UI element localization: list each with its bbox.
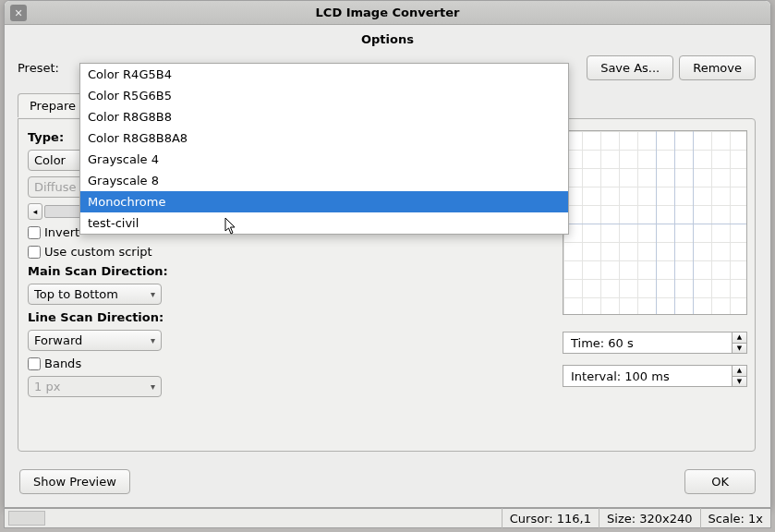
bands-input[interactable] xyxy=(28,357,41,370)
preset-option[interactable]: test-civil xyxy=(80,212,568,234)
preset-option[interactable]: Color R5G6B5 xyxy=(80,85,568,106)
main-scan-select[interactable]: Top to Bottom ▾ xyxy=(28,284,162,305)
time-value: Time: 60 s xyxy=(571,336,634,350)
spin-up-icon[interactable]: ▲ xyxy=(733,366,746,377)
preset-option[interactable]: Color R4G5B4 xyxy=(80,64,568,85)
main-scan-label: Main Scan Direction: xyxy=(28,264,176,278)
bands-px-value: 1 px xyxy=(34,380,60,393)
chevron-down-icon: ▾ xyxy=(151,289,155,299)
close-icon[interactable]: ✕ xyxy=(10,5,27,21)
ok-button[interactable]: OK xyxy=(684,469,756,494)
preset-option[interactable]: Grayscale 4 xyxy=(80,149,568,170)
main-scan-value: Top to Bottom xyxy=(34,287,118,301)
bands-px-spinner[interactable]: 1 px ▾ xyxy=(28,376,162,397)
preset-option[interactable]: Monochrome xyxy=(80,191,568,212)
interval-spinner[interactable]: Interval: 100 ms ▲▼ xyxy=(563,365,747,387)
grid-preview xyxy=(563,130,747,315)
show-preview-button[interactable]: Show Preview xyxy=(19,469,130,494)
bands-checkbox[interactable]: Bands xyxy=(28,357,176,370)
interval-value: Interval: 100 ms xyxy=(571,369,670,383)
tab-prepare[interactable]: Prepare xyxy=(18,93,88,117)
custom-script-label: Use custom script xyxy=(44,245,152,259)
dither-value: Diffuse xyxy=(34,180,77,194)
bottom-row: Show Preview OK xyxy=(19,469,756,494)
spin-down-icon[interactable]: ▼ xyxy=(733,344,746,354)
preset-option[interactable]: Grayscale 8 xyxy=(80,170,568,191)
line-scan-value: Forward xyxy=(34,333,82,347)
statusbar: Cursor: 116,1 Size: 320x240 Scale: 1x xyxy=(4,508,771,528)
remove-button[interactable]: Remove xyxy=(679,55,756,80)
window-title: LCD Image Converter xyxy=(316,6,460,19)
tabs: Prepare xyxy=(18,93,88,117)
line-scan-label: Line Scan Direction: xyxy=(28,310,176,324)
line-scan-select[interactable]: Forward ▾ xyxy=(28,330,162,351)
titlebar[interactable]: ✕ LCD Image Converter xyxy=(5,1,770,25)
spinner-icon: ▾ xyxy=(151,381,155,392)
slider-left-icon[interactable]: ◂ xyxy=(28,203,42,220)
type-value: Color xyxy=(34,153,66,167)
status-scale: Scale: 1x xyxy=(700,508,770,528)
save-as-button[interactable]: Save As... xyxy=(587,55,673,80)
preset-option[interactable]: Color R8G8B8A8 xyxy=(80,127,568,149)
custom-script-checkbox[interactable]: Use custom script xyxy=(28,245,176,259)
preset-option[interactable]: Color R8G8B8 xyxy=(80,106,568,127)
statusbar-grip[interactable] xyxy=(8,511,45,526)
bands-label: Bands xyxy=(44,357,81,370)
preset-dropdown[interactable]: Color R4G5B4Color R5G6B5Color R8G8B8Colo… xyxy=(79,63,569,235)
preset-label: Preset: xyxy=(18,61,59,75)
status-cursor: Cursor: 116,1 xyxy=(502,508,599,528)
invert-input[interactable] xyxy=(28,226,41,239)
invert-label: Invert xyxy=(44,225,79,239)
options-heading: Options xyxy=(5,25,770,52)
spin-up-icon[interactable]: ▲ xyxy=(733,332,746,344)
time-spinner[interactable]: Time: 60 s ▲▼ xyxy=(563,332,747,354)
spin-down-icon[interactable]: ▼ xyxy=(733,377,746,387)
status-size: Size: 320x240 xyxy=(599,508,700,528)
chevron-down-icon: ▾ xyxy=(151,335,155,345)
custom-script-input[interactable] xyxy=(28,246,41,259)
